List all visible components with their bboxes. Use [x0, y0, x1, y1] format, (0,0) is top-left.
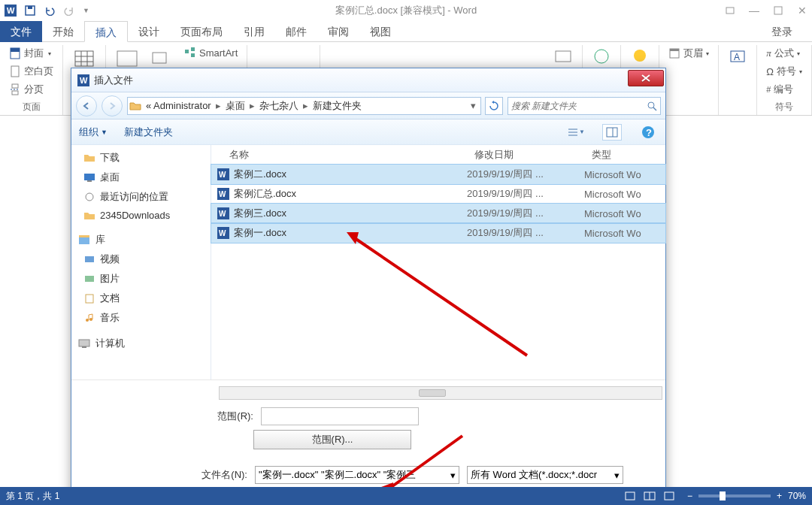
- pages-group-label: 页面: [6, 99, 56, 115]
- file-row[interactable]: W案例三.docx 2019/9/19/周四 ... Microsoft Wo: [211, 204, 665, 223]
- sidebar-item-2345downloads[interactable]: 2345Downloads: [71, 207, 211, 224]
- refresh-button[interactable]: [485, 97, 503, 115]
- zoom-thumb[interactable]: [720, 491, 726, 500]
- tab-mailings[interactable]: 邮件: [275, 21, 317, 42]
- range-input[interactable]: [261, 407, 419, 425]
- equation-button[interactable]: π公式▾: [763, 45, 805, 62]
- breadcrumb[interactable]: « Administrator▸ 桌面▸ 杂七杂八▸ 新建文件夹 ▾: [127, 97, 481, 115]
- breadcrumb-item[interactable]: « Administrator: [141, 100, 216, 111]
- svg-rect-26: [670, 49, 679, 51]
- help-button[interactable]: ?: [638, 124, 658, 141]
- tab-home[interactable]: 开始: [42, 21, 84, 42]
- svg-text:?: ?: [646, 127, 652, 138]
- sidebar-item-videos[interactable]: 视频: [71, 249, 211, 269]
- undo-icon[interactable]: [44, 5, 56, 17]
- svg-rect-50: [79, 340, 89, 346]
- folder-icon: [129, 101, 141, 111]
- sidebar-item-documents[interactable]: 文档: [71, 289, 211, 308]
- svg-rect-16: [117, 51, 137, 66]
- symbol-button[interactable]: Ω符号▾: [763, 63, 805, 80]
- search-icon[interactable]: [644, 101, 660, 111]
- svg-rect-67: [665, 492, 674, 500]
- svg-point-31: [648, 102, 654, 108]
- tab-insert[interactable]: 插入: [84, 21, 128, 42]
- dialog-titlebar[interactable]: W 插入文件: [71, 68, 665, 92]
- forward-button[interactable]: [102, 95, 123, 116]
- breadcrumb-item[interactable]: 杂七杂八: [255, 99, 303, 113]
- dialog-close-button[interactable]: [628, 70, 664, 86]
- tab-review[interactable]: 审阅: [317, 21, 359, 42]
- search-input[interactable]: [508, 101, 644, 111]
- sidebar-item-music[interactable]: 音乐: [71, 308, 211, 328]
- search-field[interactable]: [508, 97, 661, 115]
- svg-rect-17: [153, 53, 166, 63]
- maximize-icon[interactable]: [771, 4, 785, 17]
- chevron-right-icon: ▸: [303, 100, 308, 111]
- breadcrumb-item[interactable]: 新建文件夹: [308, 99, 366, 113]
- column-date[interactable]: 修改日期: [467, 145, 584, 164]
- horizontal-scrollbar[interactable]: [219, 386, 662, 400]
- zoom-in-button[interactable]: +: [777, 491, 782, 501]
- chevron-down-icon[interactable]: ▾: [468, 100, 479, 111]
- header-label: 页眉: [683, 47, 703, 60]
- organize-button[interactable]: 组织▼: [79, 125, 108, 139]
- svg-rect-47: [86, 295, 93, 303]
- sidebar-item-downloads[interactable]: 下载: [71, 148, 211, 168]
- zoom-level[interactable]: 70%: [788, 491, 806, 501]
- file-filter-combo[interactable]: 所有 Word 文档(*.docx;*.docr▾: [467, 466, 623, 484]
- close-icon[interactable]: ✕: [795, 4, 809, 17]
- range-label: 范围(R):: [199, 410, 253, 423]
- equation-label: 公式: [774, 47, 794, 60]
- smartart-button[interactable]: SmartArt: [181, 45, 241, 60]
- file-row[interactable]: W案例汇总.docx 2019/9/19/周四 ... Microsoft Wo: [211, 184, 665, 204]
- range-button[interactable]: 范围(R)...: [253, 430, 411, 449]
- file-row[interactable]: W案例一.docx 2019/9/19/周四 ... Microsoft Wo: [211, 223, 665, 243]
- sidebar-item-computer[interactable]: 计算机: [71, 334, 211, 353]
- scrollbar-thumb[interactable]: [419, 389, 446, 397]
- tab-layout[interactable]: 页面布局: [170, 21, 233, 42]
- view-options-button[interactable]: ▼: [566, 124, 586, 141]
- column-name[interactable]: 名称: [211, 145, 467, 164]
- back-button[interactable]: [76, 95, 97, 116]
- ribbon-display-icon[interactable]: [723, 4, 737, 17]
- textbox-button[interactable]: A: [725, 45, 750, 115]
- number-label: 编号: [774, 83, 793, 96]
- svg-text:W: W: [7, 6, 15, 15]
- breadcrumb-item[interactable]: 桌面: [221, 99, 250, 113]
- redo-icon[interactable]: [63, 5, 75, 17]
- number-button[interactable]: #编号: [763, 81, 805, 98]
- new-folder-button[interactable]: 新建文件夹: [124, 125, 173, 139]
- column-headers: 名称 修改日期 类型: [211, 145, 665, 165]
- smartart-label: SmartArt: [199, 47, 238, 59]
- sidebar-item-desktop[interactable]: 桌面: [71, 168, 211, 187]
- save-icon[interactable]: [24, 5, 36, 17]
- column-type[interactable]: 类型: [584, 145, 665, 164]
- minimize-icon[interactable]: —: [747, 4, 761, 17]
- sidebar-item-libraries[interactable]: 库: [71, 230, 211, 249]
- dialog-toolbar: 组织▼ 新建文件夹 ▼ ?: [71, 119, 665, 145]
- file-row[interactable]: W案例二.docx 2019/9/19/周四 ... Microsoft Wo: [211, 165, 665, 184]
- tab-file[interactable]: 文件: [0, 21, 42, 42]
- page-indicator[interactable]: 第 1 页，共 1: [6, 490, 59, 503]
- view-print-layout-icon[interactable]: [624, 491, 636, 501]
- qa-dropdown-icon[interactable]: ▼: [83, 7, 89, 14]
- login-link[interactable]: 登录: [761, 21, 803, 42]
- tab-references[interactable]: 引用: [233, 21, 275, 42]
- dialog-title: 插入文件: [94, 74, 133, 87]
- preview-pane-button[interactable]: [602, 124, 622, 141]
- tab-design[interactable]: 设计: [128, 21, 170, 42]
- header-button[interactable]: 页眉▾: [665, 45, 712, 62]
- page-break-button[interactable]: 分页: [6, 81, 56, 98]
- sidebar-item-recent[interactable]: 最近访问的位置: [71, 187, 211, 207]
- cover-page-button[interactable]: 封面▾: [6, 45, 56, 62]
- filename-combo[interactable]: "案例一.docx" "案例二.docx" "案例三▾: [255, 466, 459, 484]
- zoom-out-button[interactable]: −: [687, 491, 692, 501]
- tab-view[interactable]: 视图: [359, 21, 401, 42]
- view-read-mode-icon[interactable]: [644, 491, 656, 501]
- filename-label: 文件名(N):: [178, 468, 247, 482]
- status-bar: 第 1 页，共 1 − + 70%: [0, 487, 812, 505]
- view-web-layout-icon[interactable]: [663, 491, 675, 501]
- blank-page-button[interactable]: 空白页: [6, 63, 56, 80]
- sidebar-item-pictures[interactable]: 图片: [71, 269, 211, 289]
- zoom-slider[interactable]: [698, 494, 771, 497]
